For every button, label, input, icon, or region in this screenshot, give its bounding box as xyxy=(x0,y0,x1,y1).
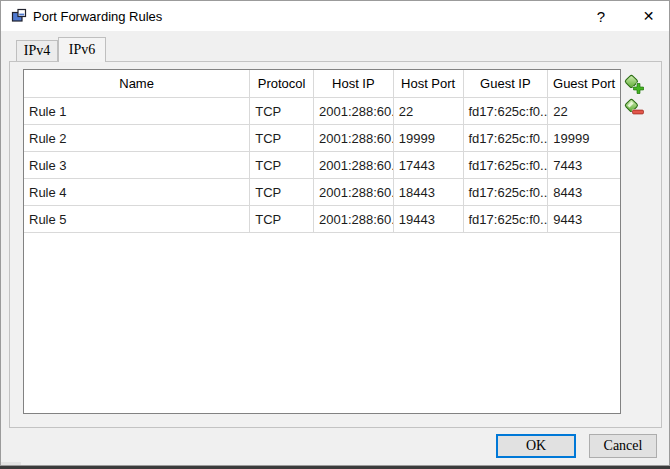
add-rule-icon[interactable] xyxy=(623,73,645,95)
cell-host-port[interactable]: 19999 xyxy=(394,125,464,151)
table-row[interactable]: Rule 3 TCP 2001:288:60... 17443 fd17:625… xyxy=(24,152,620,179)
cell-host-port[interactable]: 18443 xyxy=(394,179,464,205)
vm-window-icon xyxy=(11,8,27,24)
dialog-title: Port Forwarding Rules xyxy=(33,9,162,24)
column-header-host-port[interactable]: Host Port xyxy=(394,70,464,97)
table-row[interactable]: Rule 4 TCP 2001:288:60... 18443 fd17:625… xyxy=(24,179,620,206)
rules-table: Name Protocol Host IP Host Port Guest IP… xyxy=(23,69,621,414)
cell-name[interactable]: Rule 2 xyxy=(24,125,250,151)
cell-host-port[interactable]: 22 xyxy=(394,98,464,124)
table-row[interactable]: Rule 2 TCP 2001:288:60... 19999 fd17:625… xyxy=(24,125,620,152)
cell-name[interactable]: Rule 1 xyxy=(24,98,250,124)
cell-guest-port[interactable]: 7443 xyxy=(548,152,620,178)
column-header-guest-ip[interactable]: Guest IP xyxy=(464,70,549,97)
port-forwarding-dialog: Port Forwarding Rules ? ✕ IPv4 IPv6 Name… xyxy=(0,0,670,466)
table-header-row: Name Protocol Host IP Host Port Guest IP… xyxy=(24,70,620,98)
column-header-host-ip[interactable]: Host IP xyxy=(314,70,394,97)
cell-protocol[interactable]: TCP xyxy=(250,206,314,232)
cell-guest-ip[interactable]: fd17:625c:f0... xyxy=(464,152,549,178)
column-header-name[interactable]: Name xyxy=(24,70,250,97)
background-strip-left xyxy=(1,462,21,465)
help-button[interactable]: ? xyxy=(585,1,617,31)
cell-guest-ip[interactable]: fd17:625c:f0... xyxy=(464,206,549,232)
cell-host-ip[interactable]: 2001:288:60... xyxy=(314,179,394,205)
cell-name[interactable]: Rule 5 xyxy=(24,206,250,232)
cell-guest-ip[interactable]: fd17:625c:f0... xyxy=(464,125,549,151)
cell-guest-port[interactable]: 9443 xyxy=(548,206,620,232)
tab-ipv4[interactable]: IPv4 xyxy=(16,40,58,61)
cell-guest-ip[interactable]: fd17:625c:f0... xyxy=(464,179,549,205)
cell-protocol[interactable]: TCP xyxy=(250,152,314,178)
cell-name[interactable]: Rule 4 xyxy=(24,179,250,205)
cell-guest-ip[interactable]: fd17:625c:f0... xyxy=(464,98,549,124)
cell-host-port[interactable]: 19443 xyxy=(394,206,464,232)
ok-button[interactable]: OK xyxy=(496,434,576,458)
column-header-guest-port[interactable]: Guest Port xyxy=(548,70,620,97)
cell-guest-port[interactable]: 8443 xyxy=(548,179,620,205)
table-row[interactable]: Rule 5 TCP 2001:288:60... 19443 fd17:625… xyxy=(24,206,620,233)
cell-name[interactable]: Rule 3 xyxy=(24,152,250,178)
titlebar: Port Forwarding Rules ? ✕ xyxy=(1,1,669,31)
close-icon[interactable]: ✕ xyxy=(630,1,667,31)
cell-guest-port[interactable]: 22 xyxy=(548,98,620,124)
cell-host-ip[interactable]: 2001:288:60... xyxy=(314,206,394,232)
cell-host-ip[interactable]: 2001:288:60... xyxy=(314,125,394,151)
cell-host-ip[interactable]: 2001:288:60... xyxy=(314,98,394,124)
remove-rule-icon[interactable] xyxy=(623,97,645,119)
table-row[interactable]: Rule 1 TCP 2001:288:60... 22 fd17:625c:f… xyxy=(24,98,620,125)
cell-host-port[interactable]: 17443 xyxy=(394,152,464,178)
column-header-protocol[interactable]: Protocol xyxy=(250,70,314,97)
cancel-button[interactable]: Cancel xyxy=(589,434,657,458)
cell-protocol[interactable]: TCP xyxy=(250,179,314,205)
cell-guest-port[interactable]: 19999 xyxy=(548,125,620,151)
cell-protocol[interactable]: TCP xyxy=(250,125,314,151)
tab-ipv6[interactable]: IPv6 xyxy=(58,37,106,62)
cell-protocol[interactable]: TCP xyxy=(250,98,314,124)
cell-host-ip[interactable]: 2001:288:60... xyxy=(314,152,394,178)
